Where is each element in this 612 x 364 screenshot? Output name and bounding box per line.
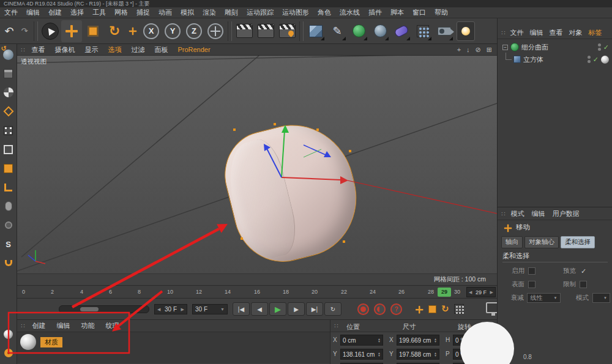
expander-icon[interactable]: − <box>502 45 508 50</box>
render-settings-button[interactable] <box>277 20 297 42</box>
toggle-views-icon[interactable]: ⊞ <box>487 46 492 54</box>
mat-menu-create[interactable]: 创建 <box>26 321 51 330</box>
enable-checkbox[interactable] <box>528 267 536 275</box>
autokey-button[interactable] <box>374 303 386 315</box>
vp-menu-camera[interactable]: 摄像机 <box>50 45 80 54</box>
spin-right-icon[interactable]: ▶ <box>490 290 493 295</box>
frame-spin-right-icon[interactable]: ▶ <box>181 307 184 312</box>
live-selection-tool[interactable] <box>40 20 61 42</box>
range-slider-handle[interactable] <box>80 307 99 311</box>
material-preview[interactable] <box>20 334 36 350</box>
play-button[interactable]: ▶ <box>269 302 286 316</box>
record-parameter-toggle[interactable] <box>454 304 464 314</box>
object-name[interactable]: 细分曲面 <box>521 43 548 52</box>
keyframe-record-button[interactable] <box>1 218 16 232</box>
y-axis-lock-button[interactable]: Y <box>162 20 183 42</box>
menu-help[interactable]: 帮助 <box>430 8 452 17</box>
vp-menu-view[interactable]: 查看 <box>26 45 50 54</box>
menu-motion-tracker[interactable]: 运动跟踪 <box>242 8 278 17</box>
material-tag-icon[interactable] <box>601 56 609 64</box>
add-deformer-button[interactable] <box>391 20 412 42</box>
workplane-mode-button[interactable] <box>1 104 16 119</box>
add-generator-button[interactable] <box>370 20 390 42</box>
panel-grip-icon[interactable]: ∷ <box>498 210 507 217</box>
visibility-dots-icon[interactable] <box>598 43 601 51</box>
frame-rate-dropdown[interactable]: 30 F ▼ <box>192 304 228 314</box>
x-axis-lock-button[interactable]: X <box>141 20 162 42</box>
menu-select[interactable]: 选择 <box>66 8 88 17</box>
record-rotation-toggle[interactable]: ↻ <box>441 303 449 314</box>
edges-mode-button[interactable] <box>1 142 16 157</box>
vp-menu-display[interactable]: 显示 <box>80 45 103 54</box>
object-row-cube[interactable]: 立方体 ✓ <box>513 54 609 65</box>
last-used-tool[interactable] <box>125 20 140 42</box>
vp-menu-options[interactable]: 选项 <box>103 45 126 54</box>
menu-animate[interactable]: 动画 <box>154 8 176 17</box>
render-picture-viewer-button[interactable] <box>255 20 276 42</box>
record-keyframe-button[interactable] <box>357 303 369 315</box>
axis-mode-button[interactable] <box>1 180 16 195</box>
menu-window[interactable]: 窗口 <box>408 8 430 17</box>
keyframe-selection-button[interactable]: ? <box>390 303 402 315</box>
timeline-playhead[interactable]: 29 <box>438 288 451 297</box>
snap-toggle-button[interactable] <box>1 256 16 270</box>
am-menu-mode[interactable]: 模式 <box>507 209 528 218</box>
rotate-tool[interactable]: ↻ <box>104 20 125 42</box>
om-menu-view[interactable]: 查看 <box>546 28 565 37</box>
mat-menu-function[interactable]: 功能 <box>75 321 100 330</box>
vp-menu-filter[interactable]: 过滤 <box>126 45 149 54</box>
model-mode-button[interactable] <box>1 66 16 81</box>
tab-soft-selection[interactable]: 柔和选择 <box>561 236 595 248</box>
om-menu-edit[interactable]: 编辑 <box>526 28 546 37</box>
panel-grip-icon[interactable]: ∷ <box>330 322 340 329</box>
dolly-view-icon[interactable]: ↓ <box>466 46 470 54</box>
make-editable-button[interactable]: ↺ <box>1 47 16 62</box>
pos-x-field[interactable]: 0 cm▲▼ <box>340 335 383 346</box>
menu-mograph[interactable]: 运动图形 <box>278 8 313 17</box>
menu-file[interactable]: 文件 <box>0 8 22 17</box>
mode-dropdown[interactable]: ▼ <box>592 293 610 303</box>
limit-checkbox[interactable] <box>580 281 587 288</box>
redo-button[interactable]: ↷ <box>17 20 32 42</box>
perspective-viewport[interactable]: 透视视图 <box>17 56 497 273</box>
om-menu-object[interactable]: 对象 <box>565 28 585 37</box>
rotate-view-icon[interactable]: ⊘ <box>476 46 481 54</box>
menu-render[interactable]: 渲染 <box>198 8 220 17</box>
preview-check-icon[interactable]: ✓ <box>581 267 586 275</box>
menu-create[interactable]: 创建 <box>44 8 66 17</box>
scale-tool[interactable] <box>83 20 103 42</box>
menu-sculpt[interactable]: 雕刻 <box>220 8 242 17</box>
points-mode-button[interactable] <box>1 123 16 138</box>
material-shortcut-button[interactable] <box>1 327 16 341</box>
panel-grip-icon[interactable]: ∷ <box>17 322 26 329</box>
size-y-field[interactable]: 197.588 cm▲▼ <box>397 349 439 360</box>
mat-menu-texture[interactable]: 纹理 <box>100 321 124 330</box>
add-cube-button[interactable] <box>305 20 326 42</box>
pos-y-field[interactable]: 138.161 cm▲▼ <box>340 349 383 360</box>
texture-mode-button[interactable] <box>1 85 16 100</box>
am-menu-userdata[interactable]: 用户数据 <box>548 209 583 218</box>
menu-plugins[interactable]: 插件 <box>364 8 386 17</box>
goto-start-button[interactable]: |◀ <box>233 302 250 316</box>
coordinate-system-button[interactable] <box>205 20 226 42</box>
tab-object-axis[interactable]: 对象轴心 <box>524 236 559 248</box>
surface-checkbox[interactable] <box>528 281 536 288</box>
visibility-dots-icon[interactable] <box>588 56 591 63</box>
current-frame-field[interactable]: ◀ 30 F ▶ <box>154 304 187 314</box>
content-browser-button[interactable] <box>1 346 16 360</box>
viewport-solo-button[interactable] <box>1 199 16 214</box>
menu-edit[interactable]: 编辑 <box>22 8 44 17</box>
add-camera-button[interactable] <box>434 20 455 42</box>
snap-settings-button[interactable]: S <box>1 237 16 251</box>
timeline-ruler[interactable]: 0 2 4 6 8 10 12 14 16 18 20 22 24 26 28 … <box>17 286 497 299</box>
material-name-label[interactable]: 材质 <box>40 337 62 347</box>
falloff-dropdown[interactable]: 线性 ▼ <box>527 293 560 303</box>
soft-selection-section-header[interactable]: 柔和选择 <box>502 251 608 262</box>
menu-snap[interactable]: 捕捉 <box>132 8 154 17</box>
previous-frame-button[interactable]: ◀ <box>251 302 268 316</box>
add-subdivision-surface-button[interactable] <box>348 20 369 42</box>
size-x-field[interactable]: 199.669 cm▲▼ <box>397 335 439 346</box>
add-cloner-button[interactable] <box>412 20 433 42</box>
menu-script[interactable]: 脚本 <box>386 8 408 17</box>
menu-tools[interactable]: 工具 <box>88 8 110 17</box>
